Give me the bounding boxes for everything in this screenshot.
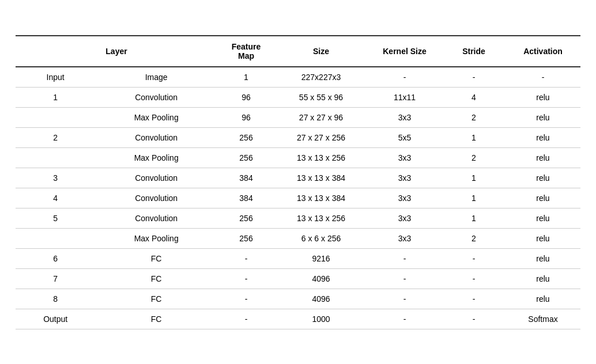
- cell-activation: relu: [506, 168, 580, 188]
- table-row: 7FC-4096--relu: [16, 268, 580, 289]
- header-stride: Stride: [442, 36, 506, 67]
- cell-stride: 2: [442, 107, 506, 127]
- cell-layer-name: Convolution: [95, 208, 217, 228]
- cell-layer-num: 2: [16, 127, 95, 147]
- cell-size: 55 x 55 x 96: [275, 87, 367, 107]
- cell-size: 13 x 13 x 256: [275, 208, 367, 228]
- cell-layer-num: Input: [16, 67, 95, 88]
- cell-stride: 4: [442, 87, 506, 107]
- cell-layer-num: 3: [16, 168, 95, 188]
- cell-size: 4096: [275, 268, 367, 289]
- table-row: 5Convolution25613 x 13 x 2563x31relu: [16, 208, 580, 228]
- header-feature-map: Feature Map: [217, 36, 275, 67]
- cell-kernel-size: -: [367, 67, 442, 88]
- cell-feature-map: -: [217, 248, 275, 268]
- cell-layer-num: Output: [16, 309, 95, 329]
- cell-layer-name: Max Pooling: [95, 107, 217, 127]
- cell-layer-num: 1: [16, 87, 95, 107]
- cell-stride: -: [442, 67, 506, 88]
- cell-size: 1000: [275, 309, 367, 329]
- cell-stride: 1: [442, 127, 506, 147]
- cell-layer-num: 5: [16, 208, 95, 228]
- cell-size: 27 x 27 x 256: [275, 127, 367, 147]
- cell-kernel-size: 3x3: [367, 188, 442, 208]
- cell-kernel-size: 11x11: [367, 87, 442, 107]
- cell-feature-map: 256: [217, 208, 275, 228]
- cell-stride: 1: [442, 168, 506, 188]
- cell-activation: relu: [506, 188, 580, 208]
- cell-activation: -: [506, 67, 580, 88]
- cell-layer-num: [16, 107, 95, 127]
- cell-stride: 1: [442, 188, 506, 208]
- cell-kernel-size: 5x5: [367, 127, 442, 147]
- cell-activation: relu: [506, 87, 580, 107]
- cell-activation: relu: [506, 248, 580, 268]
- cell-feature-map: 256: [217, 147, 275, 168]
- cell-size: 13 x 13 x 384: [275, 168, 367, 188]
- cell-size: 227x227x3: [275, 67, 367, 88]
- cell-kernel-size: -: [367, 268, 442, 289]
- table-row: 8FC-4096--relu: [16, 289, 580, 309]
- cell-size: 27 x 27 x 96: [275, 107, 367, 127]
- header-size: Size: [275, 36, 367, 67]
- cell-kernel-size: -: [367, 289, 442, 309]
- cell-size: 6 x 6 x 256: [275, 228, 367, 248]
- cell-kernel-size: -: [367, 309, 442, 329]
- cell-layer-num: 7: [16, 268, 95, 289]
- cell-activation: relu: [506, 228, 580, 248]
- cell-stride: -: [442, 309, 506, 329]
- cell-size: 9216: [275, 248, 367, 268]
- cell-feature-map: 256: [217, 228, 275, 248]
- cell-layer-num: 8: [16, 289, 95, 309]
- header-layer-num: Layer: [16, 36, 217, 67]
- table-row: 6FC-9216--relu: [16, 248, 580, 268]
- cell-kernel-size: 3x3: [367, 147, 442, 168]
- cell-size: 4096: [275, 289, 367, 309]
- cell-layer-name: Image: [95, 67, 217, 88]
- cell-feature-map: -: [217, 268, 275, 289]
- cell-layer-name: FC: [95, 248, 217, 268]
- cell-kernel-size: 3x3: [367, 228, 442, 248]
- cell-layer-name: Convolution: [95, 87, 217, 107]
- cell-stride: 1: [442, 208, 506, 228]
- cell-layer-name: Convolution: [95, 188, 217, 208]
- table-row: 4Convolution38413 x 13 x 3843x31relu: [16, 188, 580, 208]
- cell-activation: relu: [506, 127, 580, 147]
- cell-stride: -: [442, 268, 506, 289]
- cell-feature-map: -: [217, 309, 275, 329]
- cell-feature-map: 1: [217, 67, 275, 88]
- cell-layer-num: 6: [16, 248, 95, 268]
- cell-layer-name: Convolution: [95, 127, 217, 147]
- table-row: Max Pooling9627 x 27 x 963x32relu: [16, 107, 580, 127]
- cell-activation: relu: [506, 268, 580, 289]
- table-row: 1Convolution9655 x 55 x 9611x114relu: [16, 87, 580, 107]
- cell-activation: relu: [506, 147, 580, 168]
- cell-size: 13 x 13 x 384: [275, 188, 367, 208]
- cell-layer-name: Max Pooling: [95, 147, 217, 168]
- cell-stride: -: [442, 248, 506, 268]
- header-activation: Activation: [506, 36, 580, 67]
- cell-layer-num: [16, 228, 95, 248]
- cell-layer-num: 4: [16, 188, 95, 208]
- table-row: Max Pooling25613 x 13 x 2563x32relu: [16, 147, 580, 168]
- cell-activation: relu: [506, 208, 580, 228]
- cell-activation: relu: [506, 289, 580, 309]
- header-kernel-size: Kernel Size: [367, 36, 442, 67]
- cell-kernel-size: 3x3: [367, 107, 442, 127]
- cell-feature-map: 96: [217, 87, 275, 107]
- cell-size: 13 x 13 x 256: [275, 147, 367, 168]
- cell-activation: relu: [506, 107, 580, 127]
- cell-layer-name: FC: [95, 309, 217, 329]
- cell-layer-name: FC: [95, 289, 217, 309]
- table-row: 2Convolution25627 x 27 x 2565x51relu: [16, 127, 580, 147]
- cell-kernel-size: -: [367, 248, 442, 268]
- cell-layer-name: FC: [95, 268, 217, 289]
- cell-activation: Softmax: [506, 309, 580, 329]
- cell-feature-map: 384: [217, 168, 275, 188]
- cell-feature-map: 256: [217, 127, 275, 147]
- cell-stride: -: [442, 289, 506, 309]
- network-table: Layer Feature Map Size Kernel Size Strid…: [16, 35, 580, 329]
- table-container: Layer Feature Map Size Kernel Size Strid…: [16, 35, 580, 329]
- cell-kernel-size: 3x3: [367, 208, 442, 228]
- cell-stride: 2: [442, 147, 506, 168]
